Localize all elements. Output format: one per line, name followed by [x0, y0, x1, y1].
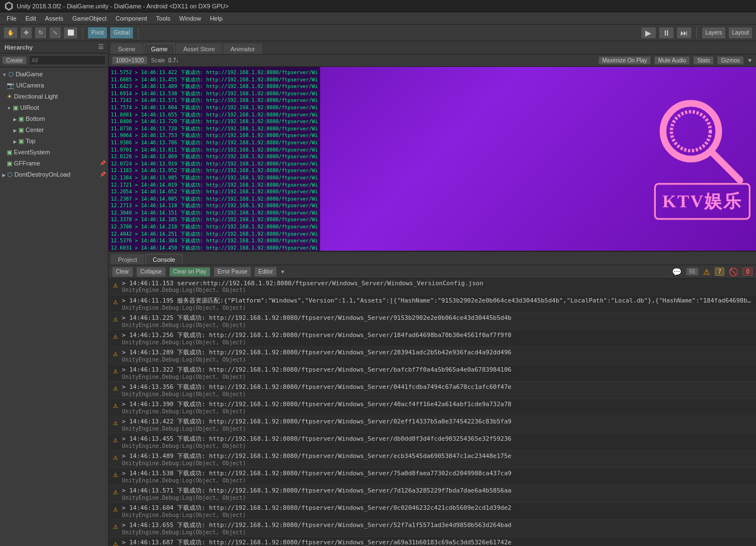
console-sub-8: UnityEngine.Debug:Log(Object, Object)	[122, 426, 754, 432]
tab-scene[interactable]: Scene	[111, 43, 143, 54]
console-entry-4[interactable]: ⚠> 14:46:13.289 下载成功: http://192.168.1.9…	[109, 347, 756, 364]
hierarchy-item-top[interactable]: ▣ Top	[0, 135, 108, 147]
create-button[interactable]: Create	[2, 56, 27, 65]
console-entry-1[interactable]: ⚠> 14:46:11.195 服务器资源匹配:{"Platform":"Win…	[109, 295, 756, 313]
collapse-button[interactable]: Collapse	[136, 267, 166, 277]
console-entry-14[interactable]: ⚠> 14:46:13.655 下载成功: http://192.168.1.9…	[109, 520, 756, 537]
console-main-7: > 14:46:13.390 下载成功: http://192.168.1.92…	[122, 400, 754, 408]
console-entry-2[interactable]: ⚠> 14:46:13.225 下载成功: http://192.168.1.9…	[109, 313, 756, 330]
console-main-3: > 14:46:13.256 下载成功: http://192.168.1.92…	[122, 331, 754, 339]
error-pause-button[interactable]: Error Pause	[214, 267, 251, 277]
tab-project[interactable]: Project	[111, 254, 144, 265]
game-toolbar: 1080×1920 Scale 0.7↓ Maximize On Play Mu…	[109, 55, 756, 67]
toolbar-separator-1	[82, 27, 83, 38]
hierarchy-item-uiroot[interactable]: ▣ UIRoot	[0, 102, 108, 113]
rect-tool-button[interactable]: ⬜	[63, 27, 78, 39]
scale-tool-button[interactable]: ⤡	[49, 27, 61, 39]
warn-icon-14: ⚠	[111, 522, 120, 531]
tab-game[interactable]: Game	[144, 43, 175, 54]
clear-button[interactable]: Clear	[112, 267, 133, 277]
menu-component[interactable]: Component	[111, 14, 151, 23]
menu-window[interactable]: Window	[175, 14, 205, 23]
console-entry-9[interactable]: ⚠> 14:46:13.455 下载成功: http://192.168.1.9…	[109, 433, 756, 451]
step-button[interactable]: ⏭	[676, 27, 692, 39]
menu-help[interactable]: Help	[205, 14, 227, 23]
game-log-22: 12.3700 > 14:46:14.218 下载成功: http://192.…	[111, 223, 318, 231]
console-entry-0[interactable]: ⚠> 14:46:11.153 server:http://192.168.1.…	[109, 279, 756, 295]
gizmos-chevron-icon: ▼	[747, 57, 753, 64]
global-button[interactable]: Global	[110, 27, 134, 39]
light-icon: ☀	[7, 93, 12, 100]
console-entry-8[interactable]: ⚠> 14:46:13.422 下载成功: http://192.168.1.9…	[109, 416, 756, 433]
console-text-6: > 14:46:13.356 下载成功: http://192.168.1.92…	[122, 383, 754, 397]
center-label: Center	[26, 126, 44, 133]
center-icon: ▣	[18, 126, 24, 134]
console-entry-13[interactable]: ⚠> 14:46:13.604 下载成功: http://192.168.1.9…	[109, 503, 756, 520]
hierarchy-search[interactable]	[29, 55, 106, 65]
console-entry-15[interactable]: ⚠> 14:46:13.687 下载成功: http://192.168.1.9…	[109, 537, 756, 546]
game-log-25: 12.6031 > 14:46:14.450 下载成功: http://192.…	[111, 245, 318, 251]
maximize-on-play-button[interactable]: Maximize On Play	[598, 56, 651, 65]
tab-asset-store[interactable]: Asset Store	[176, 43, 222, 54]
rotate-tool-button[interactable]: ↻	[35, 27, 47, 39]
stats-button[interactable]: Stats	[693, 56, 714, 65]
pin-icon-dontdestroy: 📌	[100, 172, 106, 177]
console-entry-10[interactable]: ⚠> 14:46:13.489 下载成功: http://192.168.1.9…	[109, 451, 756, 468]
console-sub-2: UnityEngine.Debug:Log(Object, Object)	[122, 322, 754, 328]
hierarchy-header: Hierarchy ☰	[0, 41, 108, 53]
toolbar-separator-2	[138, 27, 139, 38]
game-log-0: 11.5752 > 14:46:13.422 下载成功: http://192.…	[111, 69, 318, 76]
console-entry-5[interactable]: ⚠> 14:46:13.322 下载成功: http://192.168.1.9…	[109, 364, 756, 382]
hierarchy-item-eventsystem[interactable]: ▣ EventSystem	[0, 147, 108, 158]
stats-area: 💬 56 ⚠ 7 🚫 0	[672, 267, 753, 276]
console-entry-12[interactable]: ⚠> 14:46:13.571 下载成功: http://192.168.1.9…	[109, 485, 756, 503]
menu-gameobject[interactable]: GameObject	[68, 14, 111, 23]
console-entry-11[interactable]: ⚠> 14:46:13.538 下载成功: http://192.168.1.9…	[109, 468, 756, 485]
hierarchy-item-bottom[interactable]: ▣ Bottom	[0, 113, 108, 124]
game-log-4: 11.7242 > 14:46:13.571 下载成功: http://192.…	[111, 97, 318, 104]
menu-edit[interactable]: Edit	[21, 14, 41, 23]
dialgame-label: DialGame	[16, 71, 43, 77]
pause-button[interactable]: ⏸	[659, 27, 674, 39]
console-entry-6[interactable]: ⚠> 14:46:13.356 下载成功: http://192.168.1.9…	[109, 382, 756, 399]
svg-line-1	[713, 154, 740, 181]
hierarchy-item-dialgame[interactable]: ⬡ DialGame	[0, 69, 108, 80]
console-text-0: > 14:46:11.153 server:http://192.168.1.9…	[122, 280, 754, 293]
hierarchy-item-gfframe[interactable]: ▣ GFFrame 📌	[0, 158, 108, 169]
console-main-6: > 14:46:13.356 下载成功: http://192.168.1.92…	[122, 383, 754, 391]
console-entry-3[interactable]: ⚠> 14:46:13.256 下载成功: http://192.168.1.9…	[109, 330, 756, 347]
game-log-11: 11.9701 > 14:46:13.811 下载成功: http://192.…	[111, 147, 318, 154]
expand-icon-center	[13, 126, 18, 133]
unity-logo-icon	[4, 2, 13, 11]
game-log-17: 12.2054 > 14:46:14.052 下载成功: http://192.…	[111, 188, 318, 196]
hierarchy-item-uicamera[interactable]: 📷 UICamera	[0, 80, 108, 91]
menu-tools[interactable]: Tools	[151, 14, 175, 23]
hierarchy-item-center[interactable]: ▣ Center	[0, 124, 108, 135]
gizmos-button[interactable]: Gizmos	[717, 56, 744, 65]
game-log-24: 12.5376 > 14:46:14.384 下载成功: http://192.…	[111, 237, 318, 245]
tab-animator[interactable]: Animator	[223, 43, 262, 54]
warn-icon-2: ⚠	[111, 315, 120, 324]
clear-on-play-button[interactable]: Clear on Play	[169, 267, 210, 277]
warn-icon-7: ⚠	[111, 401, 120, 410]
warn-icon-13: ⚠	[111, 505, 120, 514]
hierarchy-item-dontdestroy[interactable]: ⬡ DontDestroyOnLoad 📌	[0, 169, 108, 180]
tab-console[interactable]: Console	[145, 254, 182, 265]
layers-button[interactable]: Layers	[701, 27, 726, 39]
warn-icon-15: ⚠	[111, 539, 120, 546]
console-entry-7[interactable]: ⚠> 14:46:13.390 下载成功: http://192.168.1.9…	[109, 399, 756, 416]
pivot-button[interactable]: Pivot	[87, 27, 107, 39]
mute-audio-button[interactable]: Mute Audio	[654, 56, 690, 65]
hierarchy-item-directional-light[interactable]: ☀ Directional Light	[0, 91, 108, 102]
play-button[interactable]: ▶	[641, 27, 656, 39]
menu-assets[interactable]: Assets	[41, 14, 68, 23]
resolution-button[interactable]: 1080×1920	[112, 56, 148, 65]
layout-button[interactable]: Layout	[728, 27, 753, 39]
move-tool-button[interactable]: ✥	[20, 27, 32, 39]
hand-tool-button[interactable]: ✋	[3, 27, 18, 39]
menu-file[interactable]: File	[2, 14, 21, 23]
editor-button[interactable]: Editor	[254, 267, 277, 277]
warn-icon-4: ⚠	[111, 349, 120, 358]
console-sub-3: UnityEngine.Debug:Log(Object, Object)	[122, 339, 754, 345]
hierarchy-menu-icon[interactable]: ☰	[98, 43, 104, 51]
